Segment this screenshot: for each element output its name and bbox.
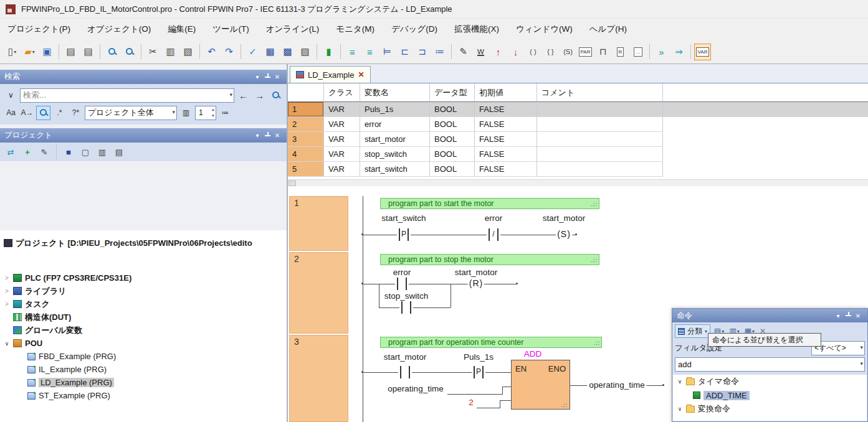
cell-comment[interactable] xyxy=(537,132,663,147)
cell-name[interactable]: Puls_1s xyxy=(360,102,430,117)
cell-initial[interactable]: FALSE xyxy=(475,102,537,117)
search-close-icon[interactable]: ✕ xyxy=(272,73,282,80)
reset-tool-icon[interactable]: R xyxy=(612,44,629,60)
cell-name[interactable]: error xyxy=(360,117,430,132)
cell-comment[interactable] xyxy=(537,102,663,117)
contact-start-motor[interactable] xyxy=(398,366,412,378)
search-panel-header[interactable]: 検索 ▾ ✕ xyxy=(0,70,287,84)
comment-grip-icon[interactable]: .:: xyxy=(593,338,600,348)
rung-1-comment[interactable]: program part to start the motor .:: xyxy=(380,198,599,209)
tree-item-timer-instructions[interactable]: ∨ タイマ命令 xyxy=(673,375,867,388)
expand-arrow-icon[interactable]: > xyxy=(4,288,10,294)
pou-list-icon[interactable]: ≔ xyxy=(431,44,448,60)
cell-comment[interactable] xyxy=(537,117,663,132)
menu-window[interactable]: ウィンドウ(W) xyxy=(516,24,573,35)
cell-class[interactable]: VAR xyxy=(324,117,360,132)
menu-extensions[interactable]: 拡張機能(X) xyxy=(454,24,499,35)
search-scope-select[interactable]: プロジェクト全体 ▾ xyxy=(85,106,177,120)
cell-type[interactable]: BOOL xyxy=(430,117,475,132)
menu-tools[interactable]: ツール(T) xyxy=(212,24,249,35)
new-file-icon[interactable]: ▯▾ xyxy=(4,44,21,60)
classify-button[interactable]: 分類 ▾ xyxy=(675,324,710,338)
operand-label[interactable]: operating_time xyxy=(587,380,646,390)
contact-start-switch[interactable]: P xyxy=(397,228,411,241)
project-pin-icon[interactable] xyxy=(262,131,272,140)
wildcard-button[interactable]: ?* xyxy=(69,106,83,120)
function-block-name[interactable]: ADD xyxy=(524,349,542,359)
block-grip-icon[interactable]: .:: xyxy=(561,402,568,408)
constant-operand[interactable]: 2 xyxy=(467,398,475,407)
split-vertical-icon[interactable]: ⇒ xyxy=(670,44,687,60)
copy-icon[interactable]: ▥ xyxy=(162,44,179,60)
cell-type[interactable]: BOOL xyxy=(430,102,475,117)
menu-help[interactable]: ヘルプ(H) xyxy=(589,24,627,35)
row-number[interactable]: 3 xyxy=(288,132,324,147)
project-menu-icon[interactable]: ▾ xyxy=(252,132,262,139)
cell-initial[interactable]: FALSE xyxy=(475,117,537,132)
instruction-pin-icon[interactable] xyxy=(843,311,853,320)
operand-label[interactable]: start_motor xyxy=(453,268,499,277)
search-menu-icon[interactable]: ▾ xyxy=(252,73,262,80)
row-number[interactable]: 4 xyxy=(288,147,324,162)
collapse-arrow-icon[interactable]: ∨ xyxy=(677,406,683,412)
menu-monitor[interactable]: モニタ(M) xyxy=(336,24,374,35)
operand-label[interactable]: start_motor xyxy=(541,213,587,223)
edit-object-icon[interactable]: ✎ xyxy=(37,144,52,159)
comment-tool-icon[interactable]: … xyxy=(629,44,646,60)
undo-icon[interactable]: ↶ xyxy=(203,44,220,60)
pencil-tool-icon[interactable]: ✎ xyxy=(455,44,472,60)
print-icon[interactable]: ▤ xyxy=(80,44,97,60)
object-view-icon[interactable]: ▢ xyxy=(78,144,93,159)
menu-debug[interactable]: デバッグ(D) xyxy=(391,24,437,35)
search-scope-toggle[interactable] xyxy=(36,106,50,120)
collapse-arrow-icon[interactable]: ∨ xyxy=(677,378,683,385)
operand-label[interactable]: operating_time xyxy=(386,384,445,393)
expand-arrow-icon[interactable]: > xyxy=(4,274,10,281)
cell-comment[interactable] xyxy=(537,162,663,177)
tree-item-project-root[interactable]: プロジェクト [D:\PIEU_Projects\05FPWINPro\06Pr… xyxy=(0,237,287,250)
cell-name[interactable]: start_switch xyxy=(360,162,430,177)
collapse-arrow-icon[interactable]: ∨ xyxy=(4,340,10,347)
rung-3-gutter[interactable]: 3 xyxy=(289,335,348,422)
operand-label[interactable]: error xyxy=(483,213,505,223)
row-number[interactable]: 1 xyxy=(288,102,324,117)
tree-item-fbd-example[interactable]: FBD_Example (PRG) xyxy=(0,350,287,363)
cell-initial[interactable]: FALSE xyxy=(475,162,537,177)
cell-initial[interactable]: FALSE xyxy=(475,147,537,162)
check-program-icon[interactable]: ✓ xyxy=(244,44,261,60)
operand-label[interactable]: error xyxy=(391,268,413,277)
instruction-search-input[interactable]: add ▾ xyxy=(675,357,865,372)
rung-2-comment[interactable]: program part to stop the motor .:: xyxy=(380,254,599,265)
cell-type[interactable]: BOOL xyxy=(430,162,475,177)
add-function-block[interactable]: EN ENO .:: xyxy=(511,360,570,410)
cell-initial[interactable]: FALSE xyxy=(475,132,537,147)
find-icon[interactable] xyxy=(103,44,120,60)
cell-type[interactable]: BOOL xyxy=(430,132,475,147)
table-horizontal-scrollbar[interactable] xyxy=(288,179,868,186)
expand-arrow-icon[interactable]: > xyxy=(4,301,10,307)
save-icon[interactable]: ▣ xyxy=(39,44,55,60)
search-options-chevron-icon[interactable]: ∨ xyxy=(4,88,18,103)
whole-word-button[interactable]: A→ xyxy=(20,106,34,120)
tree-item-dut[interactable]: 構造体(DUT) xyxy=(0,311,287,324)
rung-1-gutter[interactable]: 1 xyxy=(289,196,348,251)
set-coil-tool-icon[interactable]: (S) xyxy=(560,44,576,60)
find-in-project-icon[interactable] xyxy=(121,44,138,60)
instruction-panel-header[interactable]: 命令 ▾ ✕ xyxy=(672,309,867,322)
step-out-icon[interactable]: ⊐ xyxy=(414,44,431,60)
match-case-button[interactable]: Aa xyxy=(4,106,18,120)
library-view-icon[interactable]: ▥ xyxy=(95,144,110,159)
search-count-stepper[interactable]: 1 ▲ ▼ xyxy=(195,106,216,120)
step-in-icon[interactable]: ⊏ xyxy=(396,44,413,60)
contact-puls-1s[interactable]: P xyxy=(472,366,485,378)
compile-icon[interactable]: ▦ xyxy=(262,44,279,60)
tree-item-il-example[interactable]: IL_Example (PRG) xyxy=(0,363,287,376)
add-object-icon[interactable]: + xyxy=(20,144,35,159)
search-back-icon[interactable]: ← xyxy=(236,88,250,103)
paste-icon[interactable]: ▧ xyxy=(179,44,196,60)
online-plug-icon[interactable]: ▮ xyxy=(320,44,337,60)
cell-class[interactable]: VAR xyxy=(324,132,360,147)
hilo-tool-icon[interactable]: ⊓ xyxy=(594,44,611,60)
wire-tool-icon[interactable]: w xyxy=(472,44,489,60)
operand-label[interactable]: stop_switch xyxy=(383,291,431,301)
